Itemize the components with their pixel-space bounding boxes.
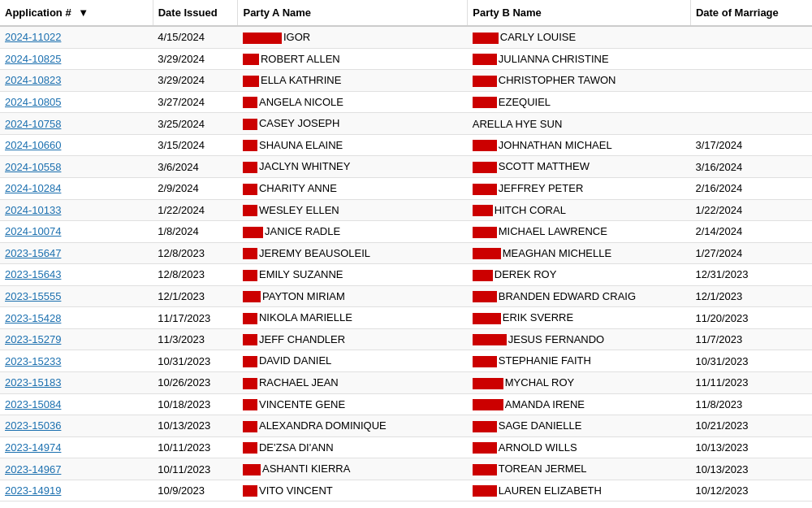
- redaction-bar: [473, 334, 507, 345]
- table-row: 2023-1503610/13/2023ALEXANDRA DOMINIQUES…: [0, 415, 812, 437]
- cell-application[interactable]: 2023-15647: [0, 242, 153, 264]
- party-a-name: ANGELA NICOLE: [259, 96, 343, 108]
- cell-date-of-marriage: 10/12/2023: [690, 480, 812, 501]
- redaction-bar: [243, 76, 259, 87]
- table-row: 2024-107583/25/2024CASEY JOSEPHARELLA HY…: [0, 113, 812, 135]
- party-b-name: JULIANNA CHRISTINE: [499, 53, 609, 65]
- cell-date-issued: 3/27/2024: [153, 91, 238, 113]
- applications-table: Application # ▼ Date Issued Party A Name…: [0, 0, 812, 501]
- cell-party-b: EZEQUIEL: [468, 91, 691, 113]
- cell-application[interactable]: 2024-10284: [0, 177, 153, 199]
- cell-party-a: ALEXANDRA DOMINIQUE: [238, 415, 468, 437]
- cell-application[interactable]: 2024-10758: [0, 113, 153, 135]
- cell-date-of-marriage: 10/31/2023: [690, 350, 812, 372]
- cell-date-issued: 10/9/2023: [153, 480, 238, 501]
- redaction-bar: [243, 227, 263, 238]
- cell-application[interactable]: 2024-11022: [0, 26, 153, 48]
- cell-application[interactable]: 2023-15183: [0, 372, 153, 394]
- cell-application[interactable]: 2024-10133: [0, 199, 153, 221]
- party-a-name: IGOR: [283, 31, 310, 43]
- cell-party-a: CASEY JOSEPH: [238, 113, 468, 135]
- cell-date-of-marriage: 10/13/2023: [690, 458, 812, 480]
- cell-application[interactable]: 2024-10074: [0, 221, 153, 243]
- cell-application[interactable]: 2023-15084: [0, 393, 153, 415]
- cell-date-of-marriage: 11/7/2023: [690, 328, 812, 350]
- cell-application[interactable]: 2024-10825: [0, 48, 153, 70]
- cell-date-of-marriage: 12/1/2023: [690, 285, 812, 307]
- col-header-party-a: Party A Name: [238, 0, 468, 26]
- cell-party-b: SCOTT MATTHEW: [468, 156, 691, 178]
- redaction-bar: [473, 140, 497, 151]
- party-a-name: JEREMY BEAUSOLEIL: [259, 247, 370, 259]
- redaction-bar: [473, 205, 493, 216]
- col-header-date-issued[interactable]: Date Issued: [153, 0, 238, 26]
- main-container: Application # ▼ Date Issued Party A Name…: [0, 0, 812, 501]
- cell-date-of-marriage: 11/11/2023: [690, 372, 812, 394]
- cell-application[interactable]: 2024-10660: [0, 134, 153, 156]
- cell-application[interactable]: 2023-14967: [0, 458, 153, 480]
- redaction-bar: [243, 464, 261, 475]
- redaction-bar: [473, 378, 503, 389]
- cell-party-b: JESUS FERNANDO: [468, 328, 691, 350]
- redaction-bar: [243, 54, 259, 65]
- cell-application[interactable]: 2024-10823: [0, 70, 153, 92]
- party-a-name: JACLYN WHITNEY: [259, 160, 350, 172]
- cell-party-a: VINCENTE GENE: [238, 393, 468, 415]
- cell-application[interactable]: 2024-10558: [0, 156, 153, 178]
- cell-application[interactable]: 2023-15279: [0, 328, 153, 350]
- redaction-bar: [243, 442, 257, 454]
- cell-application[interactable]: 2023-15036: [0, 415, 153, 437]
- col-header-dom-label: Date of Marriage: [696, 7, 779, 19]
- redaction-bar: [243, 140, 257, 151]
- redaction-bar: [473, 485, 497, 497]
- party-b-name: AMANDA IRENE: [505, 398, 585, 410]
- cell-date-issued: 10/11/2023: [153, 436, 238, 458]
- cell-party-a: DAVID DANIEL: [238, 350, 468, 372]
- table-header-row: Application # ▼ Date Issued Party A Name…: [0, 0, 812, 26]
- cell-party-a: JACLYN WHITNEY: [238, 156, 468, 178]
- party-a-name: VINCENTE GENE: [259, 398, 345, 410]
- cell-party-a: ANGELA NICOLE: [238, 91, 468, 113]
- cell-application[interactable]: 2023-15555: [0, 285, 153, 307]
- party-b-name: CARLY LOUISE: [500, 31, 576, 43]
- party-b-name: MEAGHAN MICHELLE: [503, 247, 611, 259]
- cell-application[interactable]: 2023-14919: [0, 480, 153, 501]
- cell-date-of-marriage: [690, 70, 812, 92]
- redaction-bar: [243, 119, 257, 130]
- sort-icon[interactable]: ▼: [78, 7, 89, 19]
- cell-date-issued: 3/29/2024: [153, 48, 238, 70]
- cell-application[interactable]: 2023-15233: [0, 350, 153, 372]
- table-row: 2023-1564712/8/2023JEREMY BEAUSOLEILMEAG…: [0, 242, 812, 264]
- party-b-name: LAUREN ELIZABETH: [499, 484, 602, 497]
- cell-party-a: CHARITY ANNE: [238, 177, 468, 199]
- redaction-bar: [243, 291, 261, 302]
- redaction-bar: [473, 54, 497, 65]
- cell-party-a: VITO VINCENT: [238, 480, 468, 501]
- col-header-party-b: Party B Name: [468, 0, 691, 26]
- cell-date-issued: 12/8/2023: [153, 264, 238, 286]
- party-a-name: JANICE RADLE: [265, 225, 340, 237]
- cell-date-issued: 12/8/2023: [153, 242, 238, 264]
- redaction-bar: [473, 162, 497, 173]
- party-a-name: PAYTON MIRIAM: [262, 290, 345, 302]
- cell-date-issued: 3/25/2024: [153, 113, 238, 135]
- redaction-bar: [473, 464, 497, 475]
- party-b-name: ARNOLD WILLS: [499, 441, 577, 454]
- cell-application[interactable]: 2023-15428: [0, 307, 153, 329]
- table-row: 2023-1555512/1/2023PAYTON MIRIAMBRANDEN …: [0, 285, 812, 307]
- cell-date-of-marriage: 11/20/2023: [690, 307, 812, 329]
- redaction-bar: [473, 270, 493, 281]
- cell-party-a: JEREMY BEAUSOLEIL: [238, 242, 468, 264]
- party-a-name: JEFF CHANDLER: [259, 333, 345, 345]
- party-b-name: DEREK ROY: [495, 268, 557, 280]
- cell-application[interactable]: 2023-14974: [0, 436, 153, 458]
- col-header-application[interactable]: Application # ▼: [0, 0, 153, 26]
- cell-application[interactable]: 2024-10805: [0, 91, 153, 113]
- cell-date-of-marriage: [690, 91, 812, 113]
- cell-application[interactable]: 2023-15643: [0, 264, 153, 286]
- redaction-bar: [243, 334, 257, 345]
- party-a-name: SHAUNA ELAINE: [259, 139, 343, 151]
- redaction-bar: [243, 399, 257, 410]
- party-a-name: RACHAEL JEAN: [259, 376, 339, 389]
- cell-date-issued: 3/15/2024: [153, 134, 238, 156]
